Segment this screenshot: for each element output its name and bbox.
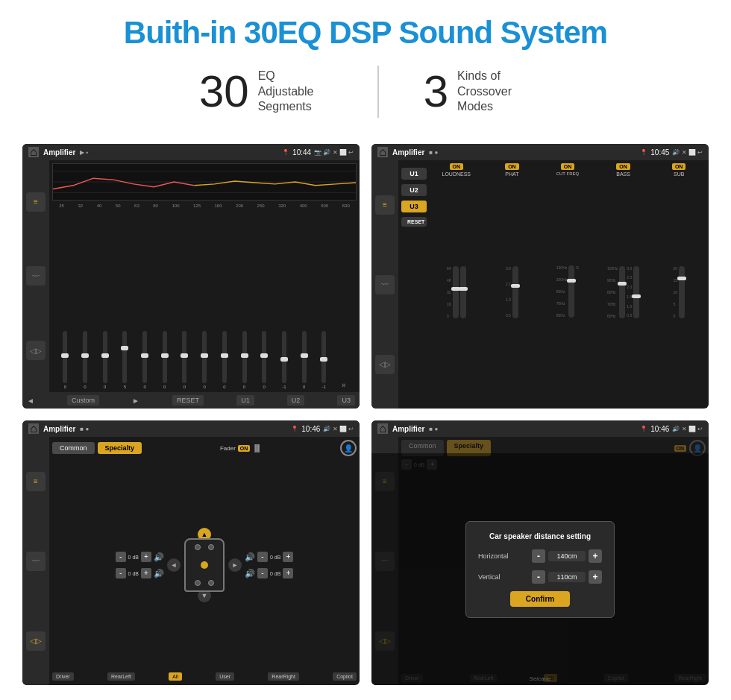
minus-fr[interactable]: -: [257, 552, 268, 562]
copilot-btn[interactable]: Copilot: [333, 672, 357, 681]
slider-track-8[interactable]: [202, 331, 207, 383]
reset-preset-btn[interactable]: RESET: [401, 217, 427, 227]
confirm-button[interactable]: Confirm: [510, 591, 570, 607]
loudness-slider-2[interactable]: [460, 266, 466, 318]
u1-preset-btn[interactable]: U1: [401, 168, 427, 180]
custom-btn[interactable]: Custom: [67, 395, 99, 406]
driver-btn[interactable]: Driver: [52, 672, 74, 681]
rear-right-btn[interactable]: RearRight: [268, 672, 299, 681]
slider-track-7[interactable]: [182, 331, 186, 383]
home-icon-tr[interactable]: ⌂: [377, 147, 388, 157]
plus-rl[interactable]: +: [141, 568, 151, 578]
horizontal-plus-btn[interactable]: +: [589, 549, 602, 563]
loudness-on-btn[interactable]: ON: [450, 163, 464, 170]
slider-track-1[interactable]: [63, 331, 67, 383]
vol-icon-btn[interactable]: ◁▷: [26, 341, 46, 360]
status-icons-br: 📍 10:46 🔊 ✕ ⬜ ↩: [640, 425, 703, 433]
slider-track-6[interactable]: [163, 331, 167, 383]
slider-track-10[interactable]: [242, 331, 247, 383]
slider-thumb-11[interactable]: [260, 353, 268, 358]
all-btn[interactable]: All: [169, 672, 182, 681]
eq-stat: 30 EQ AdjustableSegments: [199, 69, 333, 115]
wave-icon-btn[interactable]: 〰: [26, 266, 46, 286]
u3-preset-btn[interactable]: U3: [401, 201, 427, 212]
slider-thumb-9[interactable]: [221, 353, 228, 358]
loudness-thumb-2[interactable]: [459, 287, 468, 291]
cutfreq-thumb[interactable]: [567, 279, 576, 283]
loudness-slider-1[interactable]: [453, 266, 459, 318]
next-btn-eq[interactable]: ►: [132, 397, 139, 405]
slider-thumb-7[interactable]: [181, 353, 188, 358]
reset-btn-eq[interactable]: RESET: [172, 395, 204, 406]
user-btn[interactable]: User: [216, 672, 234, 681]
u2-btn-eq[interactable]: U2: [287, 395, 305, 406]
slider-thumb-1[interactable]: [61, 353, 69, 358]
status-bar-br: ⌂ Amplifier ■ ● 📍 10:46 🔊 ✕ ⬜ ↩: [371, 420, 709, 437]
slider-track-11[interactable]: [262, 331, 266, 383]
slider-thumb-6[interactable]: [161, 353, 169, 358]
specialty-tab-bl[interactable]: Specialty: [98, 442, 142, 454]
sub-slider[interactable]: [679, 266, 685, 318]
u1-btn-eq[interactable]: U1: [236, 395, 254, 406]
slider-thumb-8[interactable]: [201, 353, 208, 358]
expand-arrow-eq[interactable]: »: [342, 381, 346, 389]
common-tab-bl[interactable]: Common: [52, 442, 95, 454]
slider-thumb-2[interactable]: [81, 353, 89, 358]
plus-rr[interactable]: +: [283, 568, 293, 578]
minus-fl[interactable]: -: [116, 552, 126, 562]
prev-btn-eq[interactable]: ◄: [27, 397, 34, 405]
eq-icon-btn-bl[interactable]: ≡: [26, 472, 46, 491]
u2-preset-btn[interactable]: U2: [401, 184, 427, 196]
eq-icon-btn[interactable]: ≡: [26, 192, 46, 212]
bass-slider-f[interactable]: [619, 266, 625, 318]
bass-slider-g[interactable]: [633, 266, 639, 318]
phat-thumb[interactable]: [511, 284, 520, 288]
slider-thumb-3[interactable]: [101, 353, 109, 358]
slider-track-2[interactable]: [83, 331, 87, 383]
bass-thumb-g[interactable]: [632, 294, 641, 298]
slider-thumb-12[interactable]: [280, 357, 288, 362]
phat-on-btn[interactable]: ON: [505, 163, 519, 170]
right-arrow-btn[interactable]: ►: [228, 558, 242, 572]
plus-fr[interactable]: +: [283, 552, 293, 562]
u3-btn-eq[interactable]: U3: [337, 395, 355, 406]
home-icon-tl[interactable]: ⌂: [28, 147, 39, 157]
slider-track-5[interactable]: [142, 331, 147, 383]
slider-thumb-13[interactable]: [301, 353, 308, 358]
location-icon-tl: 📍: [282, 149, 289, 156]
minus-rl[interactable]: -: [116, 568, 126, 578]
home-icon-br[interactable]: ⌂: [377, 423, 388, 434]
vol-icon-btn-tr[interactable]: ◁▷: [375, 355, 395, 374]
slider-track-14[interactable]: [321, 331, 326, 383]
slider-thumb-14[interactable]: [320, 357, 327, 362]
slider-track-13[interactable]: [302, 331, 307, 383]
vertical-plus-btn[interactable]: +: [589, 570, 602, 584]
wave-icon-btn-tr[interactable]: 〰: [375, 275, 395, 294]
cutfreq-on-btn[interactable]: ON: [561, 163, 575, 170]
slider-thumb-10[interactable]: [241, 353, 248, 358]
vertical-minus-btn[interactable]: -: [532, 570, 545, 584]
slider-track-12[interactable]: [282, 331, 286, 383]
slider-track-3[interactable]: [103, 331, 107, 383]
slider-thumb-5[interactable]: [141, 353, 148, 358]
slider-thumb-4[interactable]: [121, 346, 128, 350]
fader-on-btn[interactable]: ON: [238, 445, 251, 452]
user-icon-bl[interactable]: 👤: [340, 440, 357, 456]
wave-icon-btn-bl[interactable]: 〰: [26, 552, 46, 571]
eq-icon-btn-tr[interactable]: ≡: [375, 195, 395, 215]
slider-track-4[interactable]: [122, 331, 127, 383]
left-arrow-btn[interactable]: ◄: [167, 558, 181, 572]
rear-left-btn[interactable]: RearLeft: [107, 672, 135, 681]
sub-on-btn[interactable]: ON: [672, 163, 686, 170]
horizontal-minus-btn[interactable]: -: [532, 549, 545, 563]
plus-fl[interactable]: +: [141, 552, 151, 562]
minus-rr[interactable]: -: [257, 568, 268, 578]
cutfreq-slider[interactable]: [568, 265, 574, 318]
bass-thumb-f[interactable]: [618, 282, 627, 286]
sub-thumb[interactable]: [677, 277, 686, 280]
home-icon-bl[interactable]: ⌂: [28, 423, 39, 434]
phat-slider[interactable]: [512, 266, 518, 318]
slider-track-9[interactable]: [222, 331, 227, 383]
bass-on-btn[interactable]: ON: [616, 163, 630, 170]
vol-icon-btn-bl[interactable]: ◁▷: [26, 631, 46, 651]
